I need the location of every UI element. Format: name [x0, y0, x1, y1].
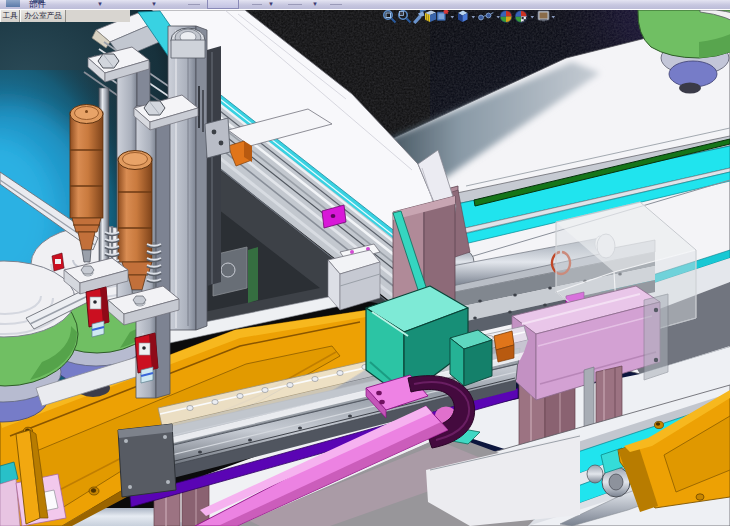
ribbon-toolbar[interactable]: 部件 ▼ ▼ ▼ ▼: [0, 0, 730, 10]
ribbon-fragment: [288, 4, 302, 5]
ribbon-pressed-button[interactable]: [207, 0, 239, 9]
commandmanager-tabs: 工具 办公室产品: [0, 10, 130, 22]
ribbon-icon-fragment: [6, 0, 20, 7]
viewport-3d[interactable]: [0, 0, 730, 526]
application-window: 部件 ▼ ▼ ▼ ▼ 工具 办公室产品: [0, 0, 730, 526]
tab-office-products[interactable]: 办公室产品: [20, 10, 66, 22]
dropdown-arrow-icon[interactable]: ▼: [312, 1, 318, 7]
dropdown-arrow-icon[interactable]: ▼: [151, 1, 157, 7]
ribbon-fragment: [330, 4, 342, 5]
dropdown-arrow-icon[interactable]: ▼: [97, 1, 103, 7]
z-axis-slide[interactable]: [168, 26, 196, 330]
tab-tools[interactable]: 工具: [0, 10, 20, 22]
dropdown-arrow-icon[interactable]: ▼: [268, 1, 274, 7]
ribbon-fragment: [252, 4, 262, 5]
ribbon-fragment: [188, 4, 200, 5]
edit-appearance-button[interactable]: [500, 11, 512, 23]
